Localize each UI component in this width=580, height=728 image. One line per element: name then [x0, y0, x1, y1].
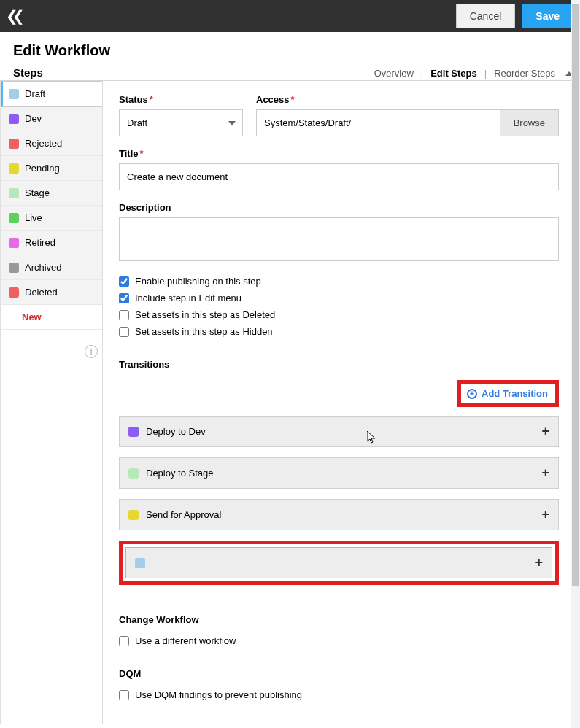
description-label: Description	[119, 202, 559, 213]
sidebar-item-deleted[interactable]: Deleted	[1, 280, 102, 305]
page-title: Edit Workflow	[0, 32, 580, 66]
transition-deploy-stage[interactable]: Deploy to Stage +	[119, 457, 559, 489]
content-panel: Status* Draft Access* Browse Title*	[103, 81, 579, 724]
dqm-heading: DQM	[119, 668, 559, 679]
transition-label: Deploy to Dev	[146, 426, 206, 437]
sidebar-item-rejected[interactable]: Rejected	[1, 131, 102, 156]
dqm-prevent-row: Use DQM findings to prevent publishing	[119, 689, 559, 700]
sidebar-item-label: Live	[25, 212, 42, 223]
tab-overview[interactable]: Overview	[374, 68, 414, 79]
sidebar-item-stage[interactable]: Stage	[1, 181, 102, 206]
scrollbar-thumb[interactable]	[572, 4, 579, 586]
browse-button[interactable]: Browse	[500, 109, 559, 136]
checkbox-label: Use a different workflow	[135, 635, 236, 646]
checkbox-label: Set assets in this step as Hidden	[135, 326, 273, 337]
topbar-buttons: Cancel Save	[456, 4, 573, 28]
transition-new[interactable]: +	[125, 547, 552, 578]
access-label: Access*	[256, 94, 559, 105]
access-input[interactable]	[256, 109, 500, 136]
tab-reorder-steps[interactable]: Reorder Steps	[494, 68, 555, 79]
swatch-icon	[9, 238, 19, 248]
cancel-button[interactable]: Cancel	[456, 4, 516, 28]
sidebar-item-live[interactable]: Live	[1, 206, 102, 231]
checkbox-label: Include step in Edit menu	[135, 293, 241, 303]
sidebar-item-label: Retired	[25, 237, 55, 248]
swatch-icon	[135, 558, 145, 568]
expand-icon[interactable]: +	[535, 555, 543, 570]
transition-send-approval[interactable]: Send for Approval +	[119, 499, 559, 530]
checkbox-label: Enable publishing on this step	[135, 276, 261, 287]
execute-file-heading: Execute File	[119, 722, 559, 724]
subheader: Steps Overview | Edit Steps | Reorder St…	[0, 66, 580, 81]
sidebar-item-label: Deleted	[25, 287, 58, 298]
add-transition-button[interactable]: + Add Transition	[467, 388, 548, 399]
sidebar-item-label: Archived	[25, 262, 62, 273]
set-hidden-row: Set assets in this step as Hidden	[119, 326, 559, 337]
status-label: Status*	[119, 94, 243, 105]
chevron-down-icon[interactable]	[220, 109, 243, 137]
add-step-button[interactable]: +	[85, 345, 98, 358]
enable-publishing-checkbox[interactable]	[119, 276, 129, 287]
sidebar-item-draft[interactable]: Draft	[1, 81, 102, 107]
expand-icon[interactable]: +	[541, 507, 549, 522]
scrollbar-track	[571, 0, 580, 728]
steps-heading: Steps	[13, 66, 43, 79]
save-button[interactable]: Save	[522, 4, 573, 28]
sidebar-item-label: Rejected	[25, 138, 62, 149]
sidebar-item-label: New	[22, 311, 42, 322]
steps-sidebar: Draft Dev Rejected Pending Stage Live Re…	[1, 81, 103, 724]
set-deleted-checkbox[interactable]	[119, 310, 129, 320]
transition-label: Deploy to Stage	[146, 468, 214, 479]
transition-list: Deploy to Dev + Deploy to Stage + Send f…	[119, 416, 559, 585]
title-input[interactable]	[119, 163, 559, 190]
swatch-icon	[9, 163, 19, 174]
enable-publishing-row: Enable publishing on this step	[119, 276, 559, 287]
expand-icon[interactable]: +	[541, 424, 549, 439]
transition-deploy-dev[interactable]: Deploy to Dev +	[119, 416, 559, 447]
set-deleted-row: Set assets in this step as Deleted	[119, 309, 559, 320]
swatch-icon	[9, 188, 19, 198]
swatch-icon	[9, 139, 19, 149]
include-edit-checkbox[interactable]	[119, 293, 129, 303]
sidebar-item-retired[interactable]: Retired	[1, 231, 102, 255]
swatch-icon	[128, 468, 139, 479]
sidebar-item-pending[interactable]: Pending	[1, 156, 102, 181]
sidebar-item-label: Draft	[25, 88, 45, 99]
sidebar-item-new[interactable]: New	[1, 305, 102, 330]
new-transition-highlight: +	[119, 541, 559, 585]
swatch-icon	[9, 114, 19, 124]
sidebar-item-label: Dev	[25, 113, 42, 124]
swatch-icon	[9, 287, 19, 298]
swatch-icon	[128, 427, 139, 437]
swatch-icon	[9, 263, 19, 273]
checkbox-label: Use DQM findings to prevent publishing	[135, 689, 302, 700]
sidebar-item-archived[interactable]: Archived	[1, 255, 102, 280]
include-edit-row: Include step in Edit menu	[119, 293, 559, 303]
swatch-icon	[9, 89, 19, 99]
set-hidden-checkbox[interactable]	[119, 327, 129, 337]
swatch-icon	[9, 213, 19, 223]
description-textarea[interactable]	[119, 217, 559, 261]
sidebar-item-dev[interactable]: Dev	[1, 107, 102, 131]
use-different-workflow-checkbox[interactable]	[119, 636, 129, 646]
add-transition-highlight: + Add Transition	[457, 380, 559, 407]
checkbox-label: Set assets in this step as Deleted	[135, 309, 275, 320]
transitions-heading: Transitions	[119, 359, 559, 370]
change-workflow-heading: Change Workflow	[119, 614, 559, 625]
plus-circle-icon: +	[467, 389, 477, 399]
main-area: Draft Dev Rejected Pending Stage Live Re…	[0, 81, 580, 724]
back-chevrons-icon[interactable]: ❮❮	[0, 7, 19, 25]
add-transition-label: Add Transition	[482, 388, 548, 399]
use-different-workflow-row: Use a different workflow	[119, 635, 559, 646]
sidebar-item-label: Stage	[25, 187, 50, 198]
top-bar: ❮❮ Cancel Save	[0, 0, 580, 32]
tab-edit-steps[interactable]: Edit Steps	[430, 68, 477, 79]
title-label: Title*	[119, 148, 559, 159]
sidebar-item-label: Pending	[25, 163, 60, 174]
dqm-prevent-checkbox[interactable]	[119, 690, 129, 700]
expand-icon[interactable]: +	[541, 465, 549, 481]
transition-label: Send for Approval	[146, 509, 221, 520]
swatch-icon	[128, 510, 139, 520]
subheader-tabs: Overview | Edit Steps | Reorder Steps	[374, 68, 573, 79]
